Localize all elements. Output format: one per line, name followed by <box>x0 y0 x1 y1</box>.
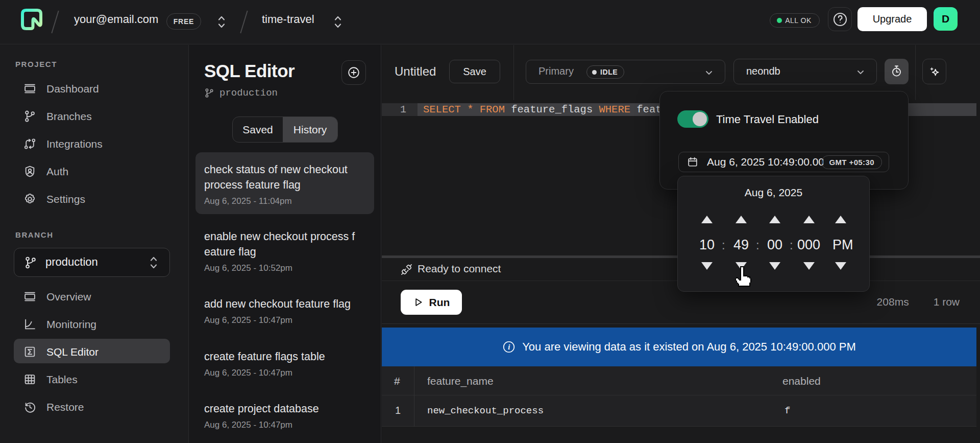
svg-text:i: i <box>508 343 510 351</box>
